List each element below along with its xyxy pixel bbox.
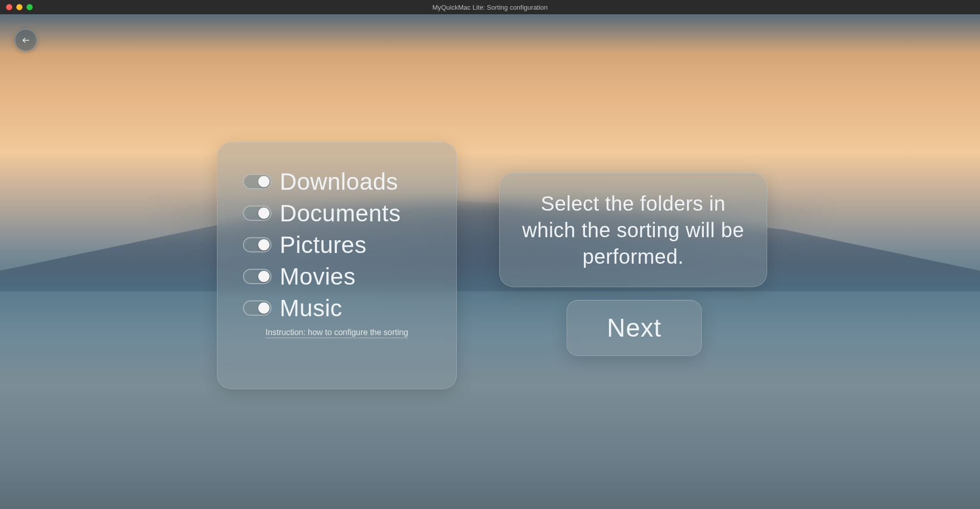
- folder-label-downloads: Downloads: [280, 168, 398, 195]
- folder-row-music: Music: [243, 294, 431, 322]
- arrow-left-icon: [21, 36, 31, 45]
- instruction-link-wrapper: Instruction: how to configure the sortin…: [243, 328, 431, 337]
- instruction-link[interactable]: Instruction: how to configure the sortin…: [265, 328, 408, 338]
- folder-row-pictures: Pictures: [243, 231, 431, 259]
- back-button[interactable]: [14, 29, 37, 52]
- toggle-music[interactable]: [243, 300, 272, 316]
- folder-row-movies: Movies: [243, 263, 431, 290]
- toggle-pictures[interactable]: [243, 237, 272, 252]
- message-text: Select the folders in which the sorting …: [520, 190, 746, 270]
- toggle-knob: [258, 208, 270, 219]
- toggle-knob: [258, 302, 270, 314]
- traffic-lights: [0, 4, 33, 10]
- close-window-button[interactable]: [6, 4, 12, 10]
- minimize-window-button[interactable]: [16, 4, 22, 10]
- next-button[interactable]: Next: [567, 300, 702, 356]
- main-content: Downloads Documents Pictures Movies Musi…: [0, 14, 980, 509]
- toggle-documents[interactable]: [243, 206, 272, 221]
- folder-label-documents: Documents: [280, 199, 401, 227]
- folder-label-music: Music: [280, 294, 342, 322]
- toggle-movies[interactable]: [243, 269, 272, 284]
- window-titlebar: MyQuickMac Lite: Sorting configuration: [0, 0, 980, 14]
- folder-label-pictures: Pictures: [280, 231, 366, 259]
- next-button-label: Next: [607, 313, 662, 343]
- toggle-knob: [258, 271, 270, 282]
- toggle-downloads[interactable]: [243, 174, 272, 189]
- window-title: MyQuickMac Lite: Sorting configuration: [432, 4, 548, 11]
- maximize-window-button[interactable]: [27, 4, 33, 10]
- folder-label-movies: Movies: [280, 263, 356, 290]
- message-panel: Select the folders in which the sorting …: [499, 172, 767, 287]
- folder-row-downloads: Downloads: [243, 168, 431, 195]
- toggle-knob: [258, 239, 270, 250]
- folder-row-documents: Documents: [243, 199, 431, 227]
- toggle-knob: [258, 176, 270, 187]
- folder-selection-panel: Downloads Documents Pictures Movies Musi…: [217, 142, 457, 389]
